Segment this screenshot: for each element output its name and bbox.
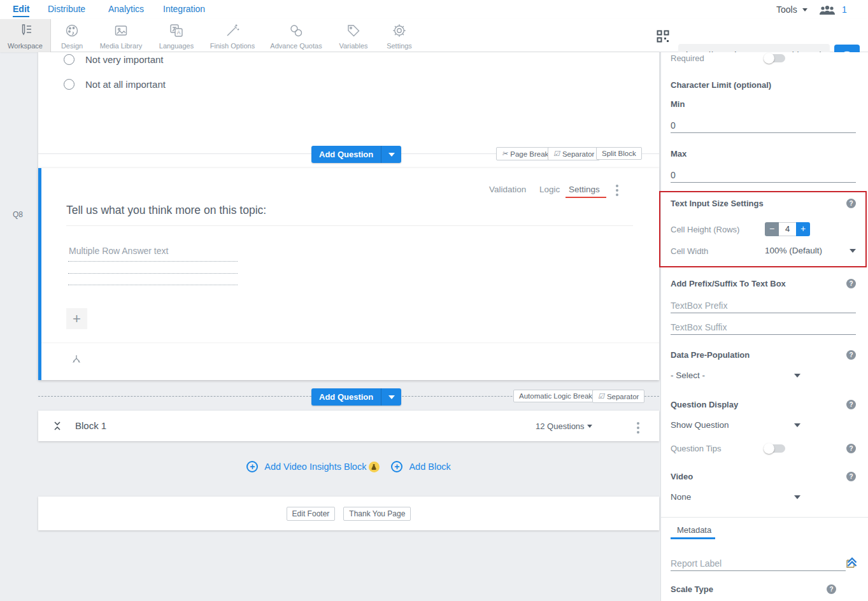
help-icon[interactable] bbox=[846, 400, 856, 409]
stepper-minus-button[interactable]: − bbox=[765, 222, 779, 236]
editor-toolbar: Workspace Design Media Library A Languag… bbox=[0, 19, 868, 52]
plus-circle-icon[interactable]: + bbox=[246, 461, 258, 472]
help-icon[interactable] bbox=[827, 584, 836, 594]
q8-question-card: Validation Logic Settings Tell us what y… bbox=[38, 168, 659, 380]
toolbar-item-advance-quotas[interactable]: Advance Quotas bbox=[267, 23, 325, 50]
nav-tab-distribute[interactable]: Distribute bbox=[48, 4, 85, 14]
survey-footer-bar: Edit Footer Thank You Page bbox=[38, 497, 659, 530]
scale-type-heading: Scale Type bbox=[671, 584, 713, 594]
active-tab-underline bbox=[566, 197, 606, 198]
toolbar-item-finish-options[interactable]: Finish Options bbox=[204, 23, 261, 50]
toolbar-item-settings[interactable]: Settings bbox=[371, 23, 428, 50]
active-question-indicator bbox=[38, 168, 41, 380]
block-question-count[interactable]: 12 Questions bbox=[536, 421, 585, 431]
nav-tab-analytics[interactable]: Analytics bbox=[108, 4, 144, 14]
toolbar-item-languages[interactable]: A Languages bbox=[148, 23, 205, 50]
page-break-button[interactable]: Page Break bbox=[496, 147, 554, 160]
toolbar-item-label: Settings bbox=[371, 42, 428, 50]
languages-icon: A bbox=[169, 23, 184, 38]
collapse-panel-icon[interactable] bbox=[845, 555, 859, 569]
question-tips-label: Question Tips bbox=[671, 444, 722, 453]
required-toggle[interactable] bbox=[765, 54, 785, 62]
qr-code-icon[interactable] bbox=[657, 30, 669, 43]
add-question-button[interactable]: Add Question bbox=[311, 388, 401, 406]
workspace-icon bbox=[18, 23, 33, 38]
block-name[interactable]: Block 1 bbox=[75, 420, 106, 431]
plus-circle-icon[interactable]: + bbox=[391, 461, 402, 472]
cell-height-stepper[interactable]: − 4 + bbox=[765, 222, 810, 236]
edit-footer-button[interactable]: Edit Footer bbox=[287, 507, 336, 521]
question-display-select[interactable]: Show Question bbox=[671, 420, 729, 430]
add-block-link[interactable]: Add Block bbox=[409, 462, 450, 472]
help-icon[interactable] bbox=[846, 444, 856, 453]
max-input[interactable] bbox=[671, 167, 856, 183]
tab-validation[interactable]: Validation bbox=[489, 185, 526, 194]
toolbar-item-label: Media Library bbox=[92, 42, 150, 50]
add-row-button[interactable] bbox=[66, 308, 87, 329]
answer-option-label: Not very important bbox=[85, 54, 164, 65]
toolbar-item-media-library[interactable]: Media Library bbox=[92, 23, 150, 50]
separator-checkbox-icon bbox=[553, 150, 560, 158]
question-footer-divider bbox=[41, 343, 659, 343]
report-label-input[interactable] bbox=[671, 556, 846, 571]
multirow-answer-placeholder[interactable]: Multiple Row Answer text bbox=[69, 246, 168, 256]
add-question-dropdown[interactable] bbox=[381, 146, 401, 163]
automatic-logic-break-button[interactable]: Automatic Logic Break bbox=[513, 390, 598, 402]
question-number-label: Q8 bbox=[13, 210, 23, 219]
radio-button-icon[interactable] bbox=[64, 79, 75, 90]
answer-option-row[interactable]: Not at all important bbox=[64, 79, 166, 90]
answer-row-line bbox=[68, 273, 238, 274]
thank-you-page-button[interactable]: Thank You Page bbox=[343, 507, 411, 521]
question-kebab-menu[interactable] bbox=[615, 183, 620, 197]
question-title[interactable]: Tell us what you think more on this topi… bbox=[66, 204, 266, 217]
collaborators-icon[interactable] bbox=[819, 5, 836, 15]
help-icon[interactable] bbox=[846, 199, 856, 208]
nav-tab-edit[interactable]: Edit bbox=[13, 4, 29, 17]
textbox-suffix-input[interactable] bbox=[671, 320, 856, 335]
chevron-down-icon[interactable] bbox=[794, 495, 800, 499]
split-block-button[interactable]: Split Block bbox=[596, 147, 642, 160]
character-limit-heading: Character Limit (optional) bbox=[671, 80, 771, 90]
chevron-down-icon[interactable] bbox=[794, 423, 800, 427]
nav-tab-integration[interactable]: Integration bbox=[163, 4, 205, 14]
add-question-button[interactable]: Add Question bbox=[311, 146, 401, 163]
cell-width-label: Cell Width bbox=[671, 246, 708, 256]
video-select[interactable]: None bbox=[671, 492, 691, 502]
add-block-row: + Add Video Insights Block + Add Block bbox=[38, 461, 659, 472]
question-display-heading: Question Display bbox=[671, 400, 738, 409]
question-tips-toggle[interactable] bbox=[765, 444, 785, 453]
help-icon[interactable] bbox=[846, 279, 856, 288]
add-question-dropdown[interactable] bbox=[381, 388, 401, 406]
video-heading: Video bbox=[671, 472, 693, 481]
edit-footer-label: Edit Footer bbox=[292, 509, 330, 518]
toolbar-item-label: Advance Quotas bbox=[267, 42, 325, 50]
answer-option-row[interactable]: Not very important bbox=[64, 54, 164, 65]
block-kebab-menu[interactable] bbox=[636, 421, 641, 435]
chevron-down-icon[interactable] bbox=[794, 374, 800, 378]
radio-button-icon[interactable] bbox=[64, 54, 75, 65]
help-icon[interactable] bbox=[846, 472, 856, 481]
tab-settings[interactable]: Settings bbox=[569, 185, 600, 194]
tools-menu[interactable]: Tools bbox=[776, 4, 808, 15]
tab-logic[interactable]: Logic bbox=[539, 185, 560, 194]
tab-metadata[interactable]: Metadata bbox=[677, 525, 711, 535]
data-prepopulation-select[interactable]: - Select - bbox=[671, 371, 705, 380]
chevron-down-icon[interactable] bbox=[850, 249, 856, 253]
separator-button[interactable]: Separator bbox=[548, 147, 600, 160]
online-user-count: 1 bbox=[842, 4, 847, 15]
cell-width-value[interactable]: 100% (Default) bbox=[765, 246, 822, 255]
add-video-insights-block-link[interactable]: Add Video Insights Block bbox=[264, 462, 366, 472]
separator-button[interactable]: Separator bbox=[592, 390, 644, 403]
collapse-block-icon[interactable] bbox=[53, 421, 61, 430]
prefix-suffix-heading: Add Prefix/Suffix To Text Box bbox=[671, 279, 786, 288]
chevron-down-icon bbox=[388, 395, 395, 399]
skip-logic-icon[interactable] bbox=[71, 354, 82, 365]
help-icon[interactable] bbox=[846, 350, 856, 360]
min-input[interactable] bbox=[671, 118, 856, 133]
textbox-prefix-input[interactable] bbox=[671, 298, 856, 313]
question-title-rule bbox=[66, 225, 633, 226]
chevron-down-icon[interactable] bbox=[587, 425, 592, 428]
stepper-plus-button[interactable]: + bbox=[796, 222, 810, 236]
add-question-label: Add Question bbox=[311, 388, 381, 406]
page-break-label: Page Break bbox=[510, 150, 548, 158]
